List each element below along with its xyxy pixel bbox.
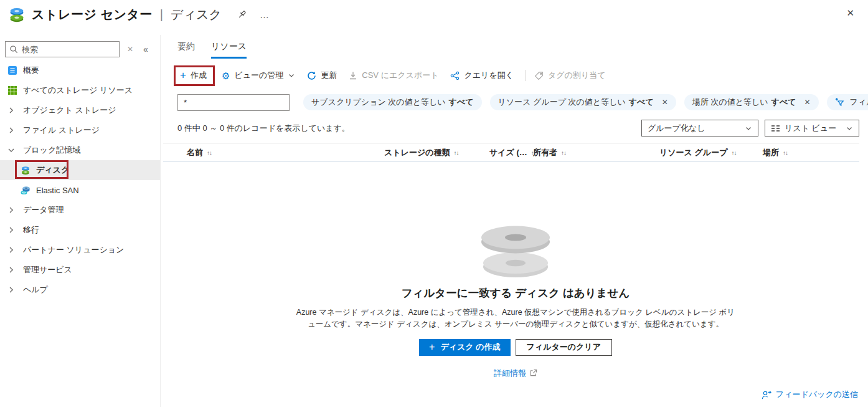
sidebar-item-label: すべてのストレージ リソース (23, 85, 133, 96)
annotation-highlight-create: + 作成 (174, 65, 215, 86)
list-view-icon (771, 125, 780, 132)
sidebar-item-label: オブジェクト ストレージ (23, 105, 116, 116)
sidebar-item-file-storage[interactable]: ファイル ストレージ (0, 120, 160, 140)
sidebar-item-block-storage[interactable]: ブロック記憶域 (0, 140, 160, 160)
page-title: ストレージ センター (32, 6, 153, 23)
name-filter-input[interactable] (177, 94, 290, 111)
chevron-right-icon (7, 206, 15, 214)
main-content: 要約 リソース + 作成 ⚙ ビューの管理 更新 CSV にエクスポート (163, 35, 868, 407)
sort-icon: ↑↓ (561, 150, 566, 156)
toolbar: + 作成 ⚙ ビューの管理 更新 CSV にエクスポート クエリを開く (174, 65, 868, 86)
sidebar-item-migration[interactable]: 移行 (0, 220, 160, 240)
refresh-button[interactable]: 更新 (307, 70, 337, 81)
sidebar-item-label: ディスク (36, 165, 69, 176)
gear-icon: ⚙ (222, 71, 230, 80)
storage-center-icon (8, 6, 26, 23)
sort-icon: ↑↓ (207, 150, 212, 156)
tab-summary[interactable]: 要約 (177, 41, 195, 59)
sidebar-item-label: ヘルプ (23, 284, 48, 295)
filter-pill-subscription[interactable]: サブスクリプション 次の値と等しい すべて (303, 94, 482, 110)
sidebar-item-label: パートナー ソリューション (23, 244, 124, 256)
sidebar-item-label: ブロック記憶域 (23, 145, 80, 156)
tab-resources[interactable]: リソース (211, 41, 247, 59)
sidebar-item-disks[interactable]: ディスク (0, 160, 160, 180)
elastic-san-icon (21, 185, 31, 195)
sort-icon: ↑↓ (731, 150, 736, 156)
sidebar-collapse-icon[interactable]: « (143, 44, 148, 54)
sidebar-item-data-management[interactable]: データ管理 (0, 200, 160, 220)
column-header-size[interactable]: サイズ (…↑↓ (489, 144, 536, 161)
empty-state-title: フィルターに一致する ディスク はありません (163, 285, 868, 300)
overview-icon (7, 65, 17, 75)
sidebar-item-label: ファイル ストレージ (23, 125, 100, 136)
plus-icon: + (180, 70, 186, 80)
sidebar-item-label: 管理サービス (23, 264, 72, 275)
filter-bar: サブスクリプション 次の値と等しい すべて リソース グループ 次の値と等しい … (177, 93, 868, 111)
chevron-right-icon (7, 127, 15, 134)
filter-pill-location[interactable]: 場所 次の値と等しい すべて ✕ (684, 94, 819, 110)
view-dropdown[interactable]: リスト ビュー (765, 120, 859, 136)
title-separator: | (159, 7, 164, 22)
sidebar-item-help[interactable]: ヘルプ (0, 280, 160, 300)
create-disk-button[interactable]: + ディスク の作成 (419, 339, 510, 356)
empty-state-description: Azure マネージド ディスクは、Azure によって管理され、Azure 仮… (296, 307, 735, 331)
search-dismiss-icon[interactable]: ✕ (127, 45, 133, 54)
sidebar-item-label: 移行 (23, 224, 39, 236)
sidebar-item-management-services[interactable]: 管理サービス (0, 260, 160, 280)
open-query-button[interactable]: クエリを開く (450, 70, 514, 81)
chevron-right-icon (7, 107, 15, 114)
chevron-down-icon (745, 125, 752, 132)
sidebar-item-overview[interactable]: 概要 (0, 60, 160, 80)
chevron-down-icon (288, 72, 295, 79)
more-actions-icon[interactable]: … (260, 9, 270, 20)
chevron-right-icon (7, 286, 15, 294)
sidebar-item-all-storage-resources[interactable]: すべてのストレージ リソース (0, 80, 160, 100)
results-bar: 0 件中 0 ～ 0 件のレコードを表示しています。 グループ化なし リスト ビ… (163, 120, 868, 137)
query-icon (450, 71, 460, 80)
create-button[interactable]: + 作成 (180, 70, 207, 81)
feedback-icon (762, 390, 772, 400)
column-header-storage-type[interactable]: ストレージの種類↑↓ (384, 144, 459, 161)
disks-icon (21, 165, 31, 175)
page-header: ストレージ センター | ディスク … ✕ (0, 0, 868, 30)
filter-pill-resource-group[interactable]: リソース グループ 次の値と等しい すべて ✕ (490, 94, 676, 110)
learn-more-link[interactable]: 詳細情報 (494, 368, 537, 379)
sidebar: ✕ « 概要 すべてのストレージ リソース オブジェクト ストレージ ファイル … (0, 35, 161, 407)
sidebar-item-object-storage[interactable]: オブジェクト ストレージ (0, 100, 160, 120)
tab-bar: 要約 リソース (177, 41, 247, 59)
top-disk (481, 226, 550, 254)
page-subtitle: ディスク (171, 6, 222, 23)
remove-filter-icon[interactable]: ✕ (662, 98, 668, 107)
chevron-down-icon (846, 125, 853, 132)
column-header-resource-group[interactable]: リソース グループ↑↓ (659, 144, 736, 161)
chevron-right-icon (7, 246, 15, 254)
remove-filter-icon[interactable]: ✕ (804, 98, 811, 107)
close-icon[interactable]: ✕ (846, 7, 854, 19)
column-header-name[interactable]: 名前↑↓ (187, 144, 212, 161)
send-feedback-link[interactable]: フィードバックの送信 (762, 389, 858, 400)
export-csv-button[interactable]: CSV にエクスポート (349, 70, 438, 81)
sidebar-search-box[interactable] (5, 41, 120, 57)
toolbar-divider (526, 70, 526, 81)
chevron-down-icon (7, 146, 15, 154)
chevron-right-icon (7, 226, 15, 234)
clear-filters-button[interactable]: フィルターのクリア (516, 339, 612, 356)
table-header: 名前↑↓ ストレージの種類↑↓ サイズ (…↑↓ 所有者↑↓ リソース グループ… (163, 143, 859, 162)
download-icon (349, 71, 357, 80)
plus-icon: + (429, 342, 435, 353)
sidebar-item-partner-solutions[interactable]: パートナー ソリューション (0, 240, 160, 260)
search-icon (9, 45, 18, 54)
assign-tags-button[interactable]: タグの割り当て (534, 70, 606, 81)
pin-icon[interactable] (237, 9, 247, 20)
sidebar-search-input[interactable] (22, 45, 115, 54)
manage-view-button[interactable]: ⚙ ビューの管理 (222, 70, 295, 81)
column-header-location[interactable]: 場所↑↓ (763, 144, 788, 161)
grouping-dropdown[interactable]: グループ化なし (641, 120, 758, 136)
bottom-disk (483, 252, 548, 277)
sidebar-item-label: データ管理 (23, 204, 64, 216)
column-header-owner[interactable]: 所有者↑↓ (533, 144, 566, 161)
grid-icon (7, 85, 17, 95)
chevron-right-icon (7, 266, 15, 274)
sidebar-item-elastic-san[interactable]: Elastic SAN (0, 180, 160, 200)
add-filter-button[interactable]: フィルターの追加 (827, 94, 868, 110)
